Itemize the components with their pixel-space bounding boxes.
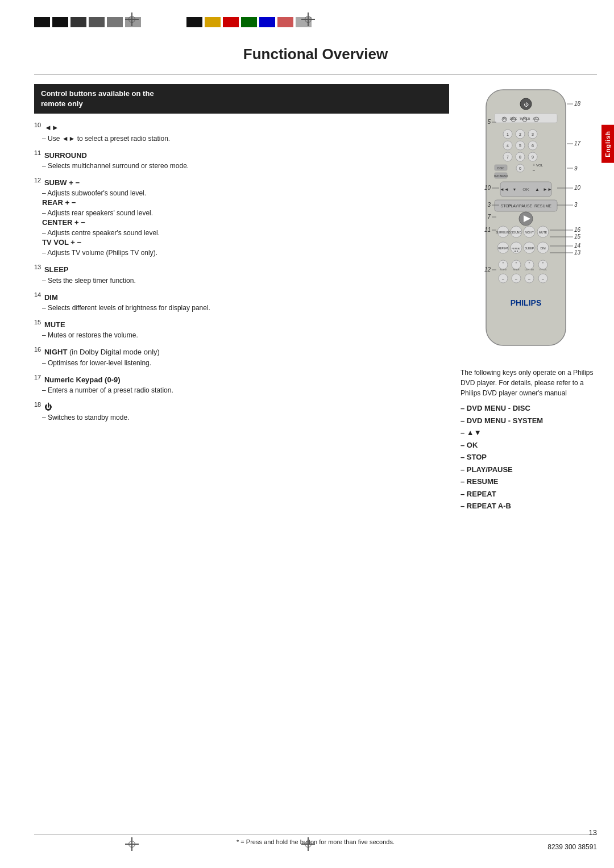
section-14-title: DIM	[44, 293, 58, 302]
section-17: 17 Numeric Keypad (0-9) Enters a number …	[34, 374, 449, 395]
section-14-item-1: Selects different levels of brightness f…	[42, 303, 449, 313]
svg-text:+: +	[529, 261, 530, 264]
dvd-list-item-7: RESUME	[460, 476, 597, 487]
black-block-3	[70, 17, 86, 27]
right-color-blocks	[186, 17, 312, 27]
svg-text:VOL: VOL	[536, 164, 544, 167]
footer-note-text: * = Press and hold the button for more t…	[237, 838, 395, 845]
section-13: 13 SLEEP Sets the sleep timer function.	[34, 264, 449, 285]
svg-text:7: 7	[507, 155, 509, 159]
section-12-num: 12	[34, 177, 41, 183]
tvvol-item-1: Adjusts TV volume (Philips TV only).	[42, 248, 449, 258]
svg-text:15: 15	[574, 233, 581, 240]
center-label: CENTER + −	[42, 218, 449, 227]
svg-text:▲: ▲	[535, 187, 540, 192]
section-11-item-1: Selects multichannel surround or stereo …	[42, 161, 449, 171]
blue-block	[259, 17, 275, 27]
section-15: 15 MUTE Mutes or restores the volume.	[34, 319, 449, 340]
svg-text:SURROUND: SURROUND	[496, 231, 511, 234]
tvvol-label: TV VOL + −	[42, 238, 449, 247]
svg-text:NIGHT: NIGHT	[525, 231, 534, 234]
section-15-title: MUTE	[44, 320, 65, 329]
crosshair-left-circle	[128, 16, 135, 23]
svg-text:SUBW: SUBW	[500, 268, 507, 271]
svg-text:10: 10	[574, 185, 581, 191]
crosshair-bottom-left-circle	[128, 841, 135, 848]
svg-text:17: 17	[574, 140, 581, 147]
svg-text:TV VOL: TV VOL	[539, 268, 547, 271]
svg-text:A-B: A-B	[515, 250, 518, 253]
section-15-num: 15	[34, 319, 41, 326]
below-remote-intro: The following keys only operate on a Phi…	[460, 368, 597, 398]
grey-block-1	[107, 17, 123, 27]
crosshair-bottom-left	[125, 837, 139, 851]
crosshair-center	[301, 12, 315, 26]
dvd-list-item-2: DVD MENU - SYSTEM	[460, 415, 597, 427]
section-12-item-1: Adjusts subwoofer's sound level.	[42, 188, 449, 198]
section-12-title: SUBW + −	[44, 178, 80, 187]
svg-text:0: 0	[519, 166, 521, 170]
svg-text:10: 10	[484, 185, 491, 191]
svg-text:3: 3	[487, 202, 491, 208]
section-17-body: Enters a number of a preset radio statio…	[42, 385, 449, 395]
section-18-item-1: Switches to standby mode.	[42, 412, 449, 423]
remote-illustration: ⏻ TV DISC TUNER AUX 1 2	[463, 84, 594, 358]
svg-text:−: −	[528, 277, 531, 282]
svg-text:8: 8	[519, 155, 521, 159]
catalog-number: 8239 300 38591	[547, 843, 597, 851]
svg-text:DVD MENU: DVD MENU	[494, 175, 508, 178]
svg-text:4: 4	[507, 144, 509, 148]
svg-text:13: 13	[574, 249, 581, 256]
svg-text:5: 5	[487, 119, 491, 125]
section-18-body: Switches to standby mode.	[42, 412, 449, 423]
section-11-body: Selects multichannel surround or stereo …	[42, 161, 449, 171]
control-box: Control buttons available on the remote …	[34, 84, 449, 114]
footer-note: * = Press and hold the button for more t…	[34, 834, 597, 845]
section-16-title: NIGHT (in Dolby Digital mode only)	[44, 348, 160, 357]
control-box-line2: remote only	[41, 99, 83, 108]
section-16-body: Optimises for lower-level listening.	[42, 358, 449, 368]
svg-text:9: 9	[574, 165, 578, 172]
svg-text:MUTE: MUTE	[539, 231, 547, 234]
svg-text:DIM: DIM	[540, 247, 545, 250]
section-14-body: Selects different levels of brightness f…	[42, 303, 449, 313]
left-column: Control buttons available on the remote …	[34, 84, 449, 428]
svg-text:CENTER: CENTER	[525, 268, 534, 271]
dvd-list-item-5: STOP	[460, 452, 597, 463]
section-17-title: Numeric Keypad (0-9)	[44, 375, 121, 384]
svg-text:SOUND: SOUND	[511, 231, 521, 234]
page-content: Functional Overview Control buttons avai…	[34, 40, 597, 834]
control-box-line1: Control buttons available on the	[41, 89, 154, 98]
svg-text:REAR: REAR	[513, 268, 519, 271]
section-15-body: Mutes or restores the volume.	[42, 330, 449, 340]
right-column: ⏻ TV DISC TUNER AUX 1 2	[460, 84, 597, 513]
svg-text:7: 7	[487, 214, 491, 220]
rear-label: REAR + −	[42, 198, 449, 207]
center-body: Adjusts centre speaker's sound level.	[42, 228, 449, 238]
svg-text:12: 12	[484, 266, 491, 273]
section-15-item-1: Mutes or restores the volume.	[42, 330, 449, 340]
svg-text:18: 18	[574, 101, 581, 107]
black-block-4	[89, 17, 105, 27]
rear-body: Adjusts rear speakers' sound level.	[42, 208, 449, 218]
svg-text:DISC: DISC	[497, 166, 504, 170]
section-18-num: 18	[34, 401, 41, 408]
svg-text:3: 3	[574, 202, 578, 208]
black-block-r1	[186, 17, 202, 27]
section-13-item-1: Sets the sleep timer function.	[42, 276, 449, 286]
center-item-1: Adjusts centre speaker's sound level.	[42, 228, 449, 238]
crosshair-bottom-center-circle	[305, 841, 312, 848]
below-remote: The following keys only operate on a Phi…	[460, 368, 597, 512]
pink-block	[277, 17, 293, 27]
svg-text:1: 1	[507, 132, 509, 136]
svg-text:−: −	[533, 168, 536, 173]
page-number: 13	[589, 828, 597, 837]
svg-text:−: −	[502, 277, 505, 282]
dvd-list-item-8: REPEAT	[460, 489, 597, 500]
svg-text:+: +	[503, 261, 504, 264]
svg-text:⏻: ⏻	[524, 102, 529, 107]
black-block-2	[52, 17, 68, 27]
section-16-num: 16	[34, 346, 41, 353]
svg-text:11: 11	[484, 227, 491, 233]
section-12: 12 SUBW + − Adjusts subwoofer's sound le…	[34, 177, 449, 258]
